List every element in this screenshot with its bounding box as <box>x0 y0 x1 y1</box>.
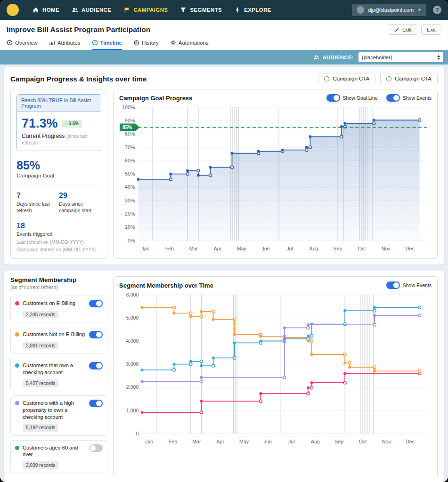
series-dot <box>15 446 19 450</box>
tab-history[interactable]: History <box>133 40 159 50</box>
stat-days-since-refresh: 7 Days since last refresh <box>16 192 59 214</box>
svg-text:3,000: 3,000 <box>126 362 139 367</box>
circle-icon <box>324 76 329 81</box>
goal-progress-chart: 0%10%20%30%40%50%60%70%80%90%100%JanFebM… <box>119 103 432 254</box>
svg-text:May: May <box>239 439 249 445</box>
legend-toggle[interactable] <box>89 300 103 307</box>
page-title: Improve Bill Assist Program Participatio… <box>7 25 389 34</box>
help-icon: ? <box>436 7 439 13</box>
legend-toggle[interactable] <box>89 444 103 452</box>
nav-item-segments[interactable]: SEGMENTS <box>174 0 228 20</box>
page-header: Improve Bill Assist Program Participatio… <box>0 20 448 37</box>
history-icon <box>133 40 139 46</box>
nav-item-explore[interactable]: EXPLORE <box>228 0 277 20</box>
stat-card-footer: Last refresh on {MM-DD-YYYY} Campaign st… <box>16 239 101 254</box>
tab-attributes[interactable]: Attributes <box>49 40 81 50</box>
svg-text:Nov: Nov <box>382 439 391 445</box>
svg-text:80%: 80% <box>125 131 135 137</box>
brand-logo[interactable] <box>7 4 19 16</box>
legend-item-not-ebilling: Customers Not on E-Billing 2,891 records <box>10 327 107 353</box>
home-icon <box>33 7 39 13</box>
stat-label: Days since campaign start <box>59 201 101 214</box>
user-menu[interactable]: djp@blastpoint.com ▼ <box>352 4 426 16</box>
show-events-toggle[interactable] <box>386 281 400 289</box>
legend-toggle[interactable] <box>89 331 103 338</box>
page-content: Campaign Progress & Insights over time C… <box>0 64 448 482</box>
user-email: djp@blastpoint.com <box>368 7 414 13</box>
funnel-icon <box>180 7 187 13</box>
series-dot <box>15 401 19 405</box>
svg-text:1,000: 1,000 <box>126 408 139 413</box>
chevron-down-icon: ▼ <box>417 8 422 12</box>
show-goal-line-toggle[interactable] <box>326 94 340 102</box>
stat-days-since-start: 29 Days since campaign start <box>59 192 101 214</box>
edit-button[interactable]: Edit <box>389 24 417 35</box>
legend-toggle[interactable] <box>89 362 103 370</box>
tab-automations[interactable]: Automations <box>170 40 209 50</box>
flag-icon <box>123 7 130 13</box>
legend-label: Customers aged 60 and over <box>23 444 86 458</box>
audience-icon <box>72 7 78 13</box>
show-events-toggle[interactable] <box>386 94 400 102</box>
stat-events-triggered: 18 Events triggered <box>16 222 59 238</box>
nav-label: SEGMENTS <box>190 7 222 13</box>
tab-label: History <box>142 40 159 46</box>
svg-text:40%: 40% <box>125 184 135 190</box>
nav-item-home[interactable]: HOME <box>26 0 65 20</box>
gear-icon <box>170 40 176 46</box>
section-title: Campaign Progress & Insights over time <box>10 75 147 83</box>
legend-item-checking: Customers that own a checking account 5,… <box>10 358 107 391</box>
legend-item-propensity: Customers with a high propensity to own … <box>10 395 107 436</box>
edit-button-label: Edit <box>402 27 412 32</box>
overview-icon <box>7 40 13 46</box>
audience-label: AUDIENCE: <box>313 54 354 60</box>
svg-text:Jul: Jul <box>288 439 295 445</box>
audience-bar: AUDIENCE: {placeholder} <box>0 50 448 64</box>
legend-toggle[interactable] <box>89 400 103 407</box>
tab-overview[interactable]: Overview <box>7 40 38 50</box>
svg-text:Aug: Aug <box>310 246 318 251</box>
cta-label: Campaign CTA <box>395 76 432 81</box>
legend-label: Customers that own a checking account <box>23 362 86 376</box>
svg-text:Aug: Aug <box>311 439 320 445</box>
current-progress-value: 71.3% <box>22 116 58 131</box>
clock-icon <box>92 40 98 46</box>
segment-membership-chart-card: Segment Membership over Time Show Events… <box>113 276 438 477</box>
legend-label: Customers with a high propensity to own … <box>23 400 86 421</box>
campaign-cta-button-1[interactable]: Campaign CTA <box>318 73 375 84</box>
circle-icon <box>386 76 391 81</box>
svg-text:85%: 85% <box>122 125 132 130</box>
pencil-icon <box>394 27 399 32</box>
svg-text:10%: 10% <box>125 224 135 230</box>
nav-label: AUDIENCE <box>81 7 111 13</box>
tab-timeline[interactable]: Timeline <box>92 40 122 50</box>
exit-button[interactable]: Exit <box>421 24 441 35</box>
records-badge: 5,427 records <box>23 379 58 387</box>
bar-chart-icon <box>49 40 55 46</box>
campaign-start-text: Campaign started on {MM-DD-YYYY} <box>16 246 101 254</box>
svg-text:Mar: Mar <box>192 439 201 445</box>
campaign-cta-button-2[interactable]: Campaign CTA <box>380 73 438 84</box>
svg-text:Mar: Mar <box>189 246 198 251</box>
records-badge: 2,891 records <box>23 342 58 349</box>
nav-item-audience[interactable]: AUDIENCE <box>65 0 117 20</box>
segment-legend-panel: Segment Membership (as of current refres… <box>10 276 107 477</box>
legend-item-aged-60: Customers aged 60 and over 2,039 records <box>10 440 107 474</box>
audience-select[interactable]: {placeholder} <box>358 52 443 62</box>
nav-label: CAMPAIGNS <box>133 7 168 13</box>
svg-text:Sep: Sep <box>334 246 342 251</box>
svg-text:2,000: 2,000 <box>126 385 139 390</box>
svg-text:100%: 100% <box>122 104 135 110</box>
goal-progress-chart-card: Campaign Goal Progress Show Goal Line Sh… <box>113 89 438 259</box>
segment-membership-subtitle: (as of current refresh) <box>10 284 107 290</box>
svg-text:0%: 0% <box>128 238 135 243</box>
tab-label: Attributes <box>57 40 81 46</box>
cta-label: Campaign CTA <box>333 76 369 81</box>
exit-button-label: Exit <box>427 27 436 32</box>
help-button[interactable]: ? <box>433 6 441 14</box>
nav-item-campaigns[interactable]: CAMPAIGNS <box>117 0 174 20</box>
toggle-label: Show Events <box>403 282 432 288</box>
top-navbar: HOME AUDIENCE CAMPAIGNS SEGMENTS EXPLORE… <box>0 0 448 20</box>
current-progress-card: Reach 85% TRUE in Bill Assist Program 71… <box>16 94 101 151</box>
svg-text:Jan: Jan <box>145 439 153 445</box>
